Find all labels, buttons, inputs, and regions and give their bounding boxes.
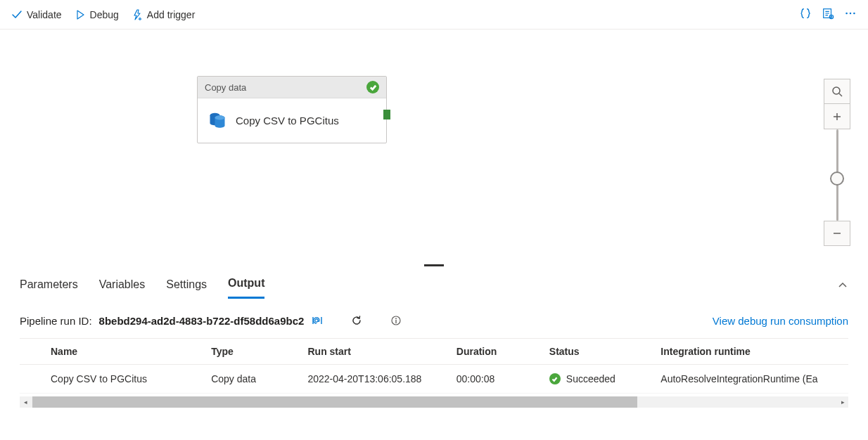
cell-type: Copy data: [205, 365, 302, 394]
cell-status: Succeeded: [544, 365, 655, 394]
toolbar: Validate Debug Add trigger: [0, 0, 868, 30]
lightning-plus-icon: [132, 9, 143, 20]
code-view-button[interactable]: [799, 7, 812, 22]
run-id-label: Pipeline run ID:: [20, 315, 92, 327]
col-duration[interactable]: Duration: [451, 339, 544, 365]
copy-run-id-button[interactable]: [311, 314, 324, 327]
cell-duration: 00:00:08: [451, 365, 544, 394]
activity-type-label: Copy data: [205, 82, 246, 93]
info-icon: [390, 314, 402, 327]
magnifier-icon: [831, 86, 843, 97]
svg-point-3: [850, 13, 852, 15]
svg-point-9: [315, 319, 318, 322]
svg-point-4: [853, 13, 855, 15]
database-icon: [208, 110, 227, 131]
check-icon: [369, 84, 377, 91]
horizontal-scrollbar[interactable]: ◂ ▸: [20, 396, 848, 408]
run-id-value: 8bebd294-ad2d-4883-b722-df58dd6a9bc2: [99, 315, 305, 327]
cell-status-text: Succeeded: [566, 373, 615, 384]
table-row[interactable]: Copy CSV to PGCitus Copy data 2022-04-20…: [20, 365, 848, 394]
activity-body: Copy CSV to PGCitus: [198, 98, 386, 143]
cell-ir: AutoResolveIntegrationRuntime (Ea: [655, 365, 848, 394]
add-trigger-button[interactable]: Add trigger: [132, 9, 195, 20]
check-icon: [11, 9, 23, 20]
tab-variables[interactable]: Variables: [99, 276, 146, 298]
scroll-left-arrow[interactable]: ◂: [20, 396, 31, 408]
tab-settings[interactable]: Settings: [166, 276, 207, 298]
cell-name: Copy CSV to PGCitus: [20, 365, 205, 394]
output-table: Name Type Run start Duration Status Inte…: [20, 338, 848, 394]
zoom-in-button[interactable]: [824, 104, 850, 129]
success-connector[interactable]: [383, 110, 390, 119]
tab-output[interactable]: Output: [228, 274, 264, 299]
col-type[interactable]: Type: [205, 339, 302, 365]
play-icon: [75, 9, 86, 20]
minus-icon: [831, 228, 843, 239]
run-info-row: Pipeline run ID: 8bebd294-ad2d-4883-b722…: [0, 299, 868, 338]
chevron-up-icon: [837, 280, 848, 291]
svg-point-8: [833, 87, 840, 94]
braces-icon: [799, 7, 812, 20]
col-ir[interactable]: Integration runtime: [655, 339, 848, 365]
debug-label: Debug: [90, 9, 119, 20]
properties-button[interactable]: [822, 7, 834, 22]
col-runstart[interactable]: Run start: [302, 339, 450, 365]
svg-point-11: [395, 318, 397, 319]
activity-status-icon: [366, 81, 379, 93]
scroll-right-arrow[interactable]: ▸: [837, 396, 848, 408]
scroll-thumb[interactable]: [32, 396, 637, 408]
overflow-button[interactable]: [844, 7, 857, 22]
check-icon: [551, 376, 558, 382]
tabs-row: Parameters Variables Settings Output: [0, 267, 868, 299]
cell-runstart: 2022-04-20T13:06:05.188: [302, 365, 450, 394]
debug-button[interactable]: Debug: [75, 9, 119, 20]
col-name[interactable]: Name: [20, 339, 205, 365]
activity-header: Copy data: [198, 77, 386, 98]
view-consumption-link[interactable]: View debug run consumption: [713, 315, 848, 327]
refresh-icon: [350, 314, 363, 327]
zoom-slider[interactable]: [824, 129, 850, 221]
fit-to-screen-button[interactable]: [824, 79, 850, 104]
properties-pane-icon: [822, 7, 834, 20]
col-status[interactable]: Status: [544, 339, 655, 365]
pipeline-canvas[interactable]: Copy data Copy CSV to PGCitus: [0, 30, 868, 267]
info-button[interactable]: [390, 314, 402, 327]
output-table-wrap: Name Type Run start Duration Status Inte…: [0, 338, 868, 394]
validate-label: Validate: [27, 9, 62, 20]
validate-button[interactable]: Validate: [11, 9, 62, 20]
activity-copy-data[interactable]: Copy data Copy CSV to PGCitus: [197, 76, 387, 143]
zoom-slider-handle[interactable]: [830, 172, 844, 186]
ellipsis-icon: [844, 7, 857, 20]
at-bracket-icon: [311, 314, 324, 327]
zoom-out-button[interactable]: [824, 221, 850, 246]
plus-icon: [831, 111, 843, 122]
zoom-controls: [823, 79, 851, 246]
add-trigger-label: Add trigger: [147, 9, 195, 20]
success-icon: [549, 373, 561, 384]
activity-name: Copy CSV to PGCitus: [236, 115, 339, 127]
svg-point-7: [215, 115, 225, 119]
table-header-row: Name Type Run start Duration Status Inte…: [20, 339, 848, 365]
tab-parameters[interactable]: Parameters: [20, 276, 78, 298]
collapse-panel-button[interactable]: [837, 280, 848, 293]
refresh-button[interactable]: [350, 314, 363, 327]
svg-point-2: [845, 13, 848, 15]
